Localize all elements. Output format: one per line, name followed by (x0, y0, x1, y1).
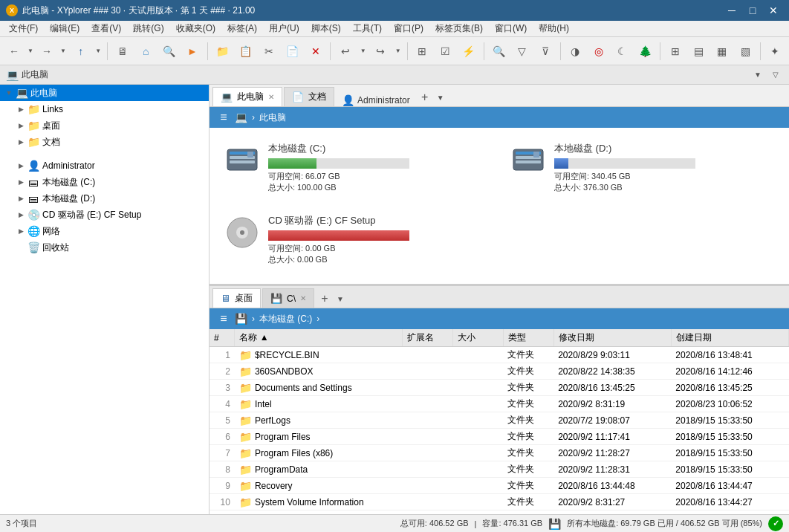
moon-button[interactable]: ☾ (611, 40, 633, 62)
view-button[interactable]: ▦ (711, 40, 733, 62)
navigate-button[interactable]: ► (181, 40, 203, 62)
home-button[interactable]: ⌂ (134, 40, 156, 62)
pie-button[interactable]: ◑ (565, 40, 586, 62)
tree-item-links[interactable]: ▶ 📁 Links (0, 101, 209, 117)
col-type[interactable]: 类型 (503, 329, 553, 347)
tab-dropdown-button[interactable]: ▼ (434, 88, 447, 106)
tab-thispc-close[interactable]: ✕ (268, 93, 274, 101)
drive-card-e[interactable]: CD 驱动器 (E:) CF Setup 可用空间: 0.00 GB 总大小: … (217, 207, 496, 272)
menu-item-用户(U)[interactable]: 用户(U) (263, 21, 305, 36)
drive-card-d[interactable]: 本地磁盘 (D:) 可用空间: 340.45 GB 总大小: 376.30 GB (503, 135, 782, 200)
tab-docs[interactable]: 📄 文档 (284, 87, 334, 106)
tree-item-admin[interactable]: ▶ 👤 Administrator (0, 158, 209, 174)
up-dropdown[interactable]: ▼ (93, 40, 103, 62)
menu-item-工具(T)[interactable]: 工具(T) (347, 21, 388, 36)
cols-button[interactable]: ▧ (734, 40, 756, 62)
col-created[interactable]: 创建日期 (671, 329, 788, 347)
lower-tab-add-button[interactable]: + (316, 290, 334, 308)
path-menu-btn[interactable]: ≡ (215, 109, 232, 126)
cell-name: 📁 Program Files (235, 429, 403, 445)
folder-button[interactable]: 📁 (212, 40, 233, 62)
col-name[interactable]: 名称 ▲ (235, 329, 403, 347)
minimize-button[interactable]: ─ (722, 3, 741, 18)
table-row[interactable]: 9 📁 Recovery 文件夹 2020/8/16 13:44:48 2020… (210, 478, 789, 494)
tree-item-diskd[interactable]: ▶ 🖴 本地磁盘 (D:) (0, 190, 209, 207)
lower-path-menu-btn[interactable]: ≡ (215, 311, 232, 327)
table-row[interactable]: 2 📁 360SANDBOX 文件夹 2020/8/22 14:38:35 20… (210, 363, 789, 380)
magnify-button[interactable]: 🔍 (158, 40, 180, 62)
menu-item-文件(F)[interactable]: 文件(F) (3, 21, 44, 36)
addr-filter-btn[interactable]: ▽ (768, 68, 783, 82)
menu-item-脚本(S)[interactable]: 脚本(S) (305, 21, 347, 36)
dual-button[interactable]: ⊞ (412, 40, 433, 62)
tree-button[interactable]: 🌲 (634, 40, 656, 62)
delete-button[interactable]: ✕ (305, 40, 326, 62)
table-row[interactable]: 7 📁 Program Files (x86) 文件夹 2020/9/2 11:… (210, 445, 789, 461)
separator-7 (660, 42, 660, 60)
tab-ca[interactable]: 💾 C\ ✕ (262, 288, 314, 308)
tree-item-network[interactable]: ▶ 🌐 网络 (0, 223, 209, 239)
copy-button[interactable]: 📋 (235, 40, 256, 62)
table-row[interactable]: 3 📁 Documents and Settings 文件夹 2020/8/16… (210, 380, 789, 396)
forward-button[interactable]: → (36, 40, 58, 62)
monitor-button[interactable]: 🖥 (111, 40, 133, 62)
tree-item-recycle[interactable]: 🗑️ 回收站 (0, 239, 209, 256)
target-button[interactable]: ◎ (588, 40, 609, 62)
path-thispc[interactable]: 此电脑 (259, 111, 286, 124)
col-ext[interactable]: 扩展名 (403, 329, 453, 347)
col-num[interactable]: # (210, 329, 235, 347)
address-text[interactable]: 此电脑 (22, 68, 747, 81)
tree-item-cddrive[interactable]: ▶ 💿 CD 驱动器 (E:) CF Setup (0, 207, 209, 223)
tree-item-diskc[interactable]: ▶ 🖴 本地磁盘 (C:) (0, 174, 209, 190)
menu-item-窗口(W)[interactable]: 窗口(W) (489, 21, 533, 36)
menu-item-编辑(E)[interactable]: 编辑(E) (44, 21, 85, 36)
drive-card-c[interactable]: 本地磁盘 (C:) 可用空间: 66.07 GB 总大小: 100.00 GB (217, 135, 496, 200)
tree-item-desktop[interactable]: ▶ 📁 桌面 (0, 117, 209, 134)
undo-dropdown[interactable]: ▼ (358, 40, 368, 62)
filter-button[interactable]: ▽ (511, 40, 533, 62)
back-dropdown[interactable]: ▼ (25, 40, 36, 62)
star-button[interactable]: ✦ (764, 40, 786, 62)
table-row[interactable]: 5 📁 PerfLogs 文件夹 2020/7/2 19:08:07 2018/… (210, 412, 789, 429)
redo-dropdown[interactable]: ▼ (393, 40, 403, 62)
undo-button[interactable]: ↩ (334, 40, 356, 62)
maximize-button[interactable]: □ (743, 3, 762, 18)
addr-dropdown-btn[interactable]: ▼ (750, 68, 765, 82)
tree-item-docs[interactable]: ▶ 📁 文档 (0, 134, 209, 150)
cell-size (453, 429, 504, 445)
menu-item-查看(V)[interactable]: 查看(V) (85, 21, 127, 36)
tree-item-thispc[interactable]: ▼ 💻 此电脑 (0, 85, 209, 101)
lower-path-diskc[interactable]: 本地磁盘 (C:) (259, 313, 312, 325)
table-row[interactable]: 4 📁 Intel 文件夹 2020/9/2 8:31:19 2020/8/23… (210, 396, 789, 412)
send-button[interactable]: ⚡ (458, 40, 479, 62)
cut-button[interactable]: ✂ (258, 40, 279, 62)
table-row[interactable]: 1 📁 $RECYCLE.BIN 文件夹 2020/8/29 9:03:11 2… (210, 347, 789, 363)
forward-dropdown[interactable]: ▼ (58, 40, 68, 62)
layout-button[interactable]: ▤ (688, 40, 710, 62)
menu-item-标签(A)[interactable]: 标签(A) (221, 21, 263, 36)
menu-item-标签页集(B)[interactable]: 标签页集(B) (429, 21, 489, 36)
table-row[interactable]: 8 📁 ProgramData 文件夹 2020/9/2 11:28:31 20… (210, 461, 789, 478)
col-size[interactable]: 大小 (453, 329, 504, 347)
menu-item-窗口(P)[interactable]: 窗口(P) (388, 21, 429, 36)
menu-item-跳转(G)[interactable]: 跳转(G) (127, 21, 169, 36)
up-button[interactable]: ↑ (70, 40, 91, 62)
tab-thispc[interactable]: 💻 此电脑 ✕ (212, 87, 282, 106)
check-button[interactable]: ☑ (435, 40, 456, 62)
table-row[interactable]: 10 📁 System Volume Information 文件夹 2020/… (210, 494, 789, 510)
close-button[interactable]: ✕ (764, 3, 783, 18)
paste-button[interactable]: 📄 (282, 40, 303, 62)
col-modified[interactable]: 修改日期 (553, 329, 671, 347)
table-row[interactable]: 6 📁 Program Files 文件夹 2020/9/2 11:17:41 … (210, 429, 789, 445)
redo-button[interactable]: ↪ (369, 40, 391, 62)
search-button[interactable]: 🔍 (488, 40, 510, 62)
tab-desktop[interactable]: 🖥 桌面 (212, 288, 261, 308)
tab-ca-close[interactable]: ✕ (300, 294, 306, 302)
menu-item-帮助(H)[interactable]: 帮助(H) (533, 21, 575, 36)
menu-item-收藏夹(O)[interactable]: 收藏夹(O) (170, 21, 221, 36)
filter2-button[interactable]: ⊽ (534, 40, 556, 62)
lower-tab-dropdown[interactable]: ▼ (334, 290, 347, 308)
tab-add-button[interactable]: + (416, 88, 434, 106)
back-button[interactable]: ← (3, 40, 25, 62)
grid-button[interactable]: ⊞ (664, 40, 686, 62)
